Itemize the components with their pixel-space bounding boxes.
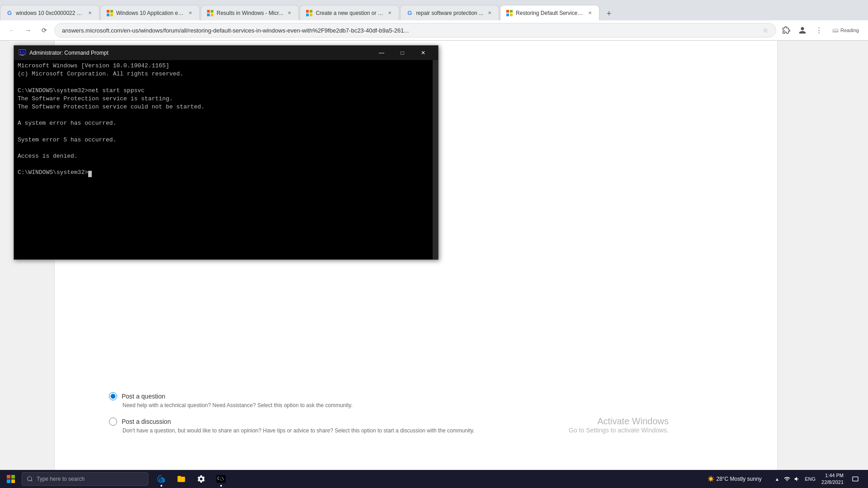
post-question-text: Post a question bbox=[122, 393, 165, 400]
clock-date: 22/8/2021 bbox=[821, 479, 844, 486]
tab-4[interactable]: Create a new question or s... ✕ bbox=[300, 5, 399, 20]
cmd-output: Microsoft Windows [Version 10.0.19042.11… bbox=[18, 62, 434, 177]
tab-6-close[interactable]: ✕ bbox=[586, 9, 594, 17]
tab-2-title: Windows 10 Application er... bbox=[116, 10, 184, 16]
tab-5-close[interactable]: ✕ bbox=[486, 9, 493, 17]
bookmark-star-icon[interactable]: ☆ bbox=[763, 27, 769, 34]
post-question-option[interactable]: Post a question Need help with a technic… bbox=[109, 392, 678, 408]
tab-bar: G windows 10 0xc0000022 - G... ✕ Windows… bbox=[0, 0, 868, 20]
reading-list-label: Reading bbox=[840, 28, 859, 33]
cmd-close-button[interactable]: ✕ bbox=[413, 46, 434, 60]
tab-5[interactable]: G repair software protection ... ✕ bbox=[400, 5, 499, 20]
cmd-maximize-button[interactable]: □ bbox=[392, 46, 413, 60]
cmd-window-icon: C:\ bbox=[19, 49, 26, 56]
address-text: answers.microsoft.com/en-us/windows/foru… bbox=[62, 27, 759, 34]
post-discussion-radio[interactable] bbox=[109, 418, 117, 426]
reading-list-button[interactable]: 📖 Reading bbox=[829, 26, 863, 35]
post-question-desc: Need help with a technical question? Nee… bbox=[123, 402, 678, 408]
edge-active-indicator bbox=[160, 485, 162, 487]
start-button[interactable] bbox=[2, 470, 20, 488]
tab-2[interactable]: Windows 10 Application er... ✕ bbox=[100, 5, 200, 20]
cmd-scrollbar[interactable] bbox=[433, 60, 438, 259]
taskbar-explorer-icon[interactable] bbox=[172, 470, 191, 488]
taskbar-settings-icon[interactable] bbox=[192, 470, 211, 488]
svg-point-9 bbox=[28, 477, 32, 481]
forward-button[interactable]: → bbox=[22, 24, 34, 37]
tab-3-close[interactable]: ✕ bbox=[286, 9, 293, 17]
svg-rect-7 bbox=[7, 479, 10, 483]
svg-rect-3 bbox=[21, 55, 24, 56]
tab-3-title: Results in Windows - Micr... bbox=[217, 10, 283, 16]
volume-icon[interactable] bbox=[793, 474, 802, 483]
new-tab-button[interactable]: + bbox=[602, 7, 616, 20]
tab-6-favicon bbox=[506, 9, 513, 17]
show-hidden-icons-button[interactable]: ▲ bbox=[773, 474, 782, 483]
post-discussion-label[interactable]: Post a discussion bbox=[109, 418, 678, 426]
language-selector[interactable]: ENG bbox=[803, 474, 817, 483]
system-tray-icons: ▲ bbox=[773, 474, 802, 483]
svg-rect-6 bbox=[11, 475, 15, 479]
tab-4-title: Create a new question or s... bbox=[316, 10, 383, 16]
back-button[interactable]: ← bbox=[5, 24, 18, 37]
address-bar[interactable]: answers.microsoft.com/en-us/windows/foru… bbox=[54, 23, 776, 38]
post-options-container: Post a question Need help with a technic… bbox=[109, 392, 678, 443]
tab-3[interactable]: Results in Windows - Micr... ✕ bbox=[201, 5, 299, 20]
taskbar: Type here to search C:\ bbox=[0, 470, 868, 488]
tab-4-favicon bbox=[306, 9, 313, 17]
tab-6[interactable]: Restoring Default Services r... ✕ bbox=[500, 5, 599, 20]
sun-icon: ☀️ bbox=[708, 476, 714, 482]
svg-rect-4 bbox=[20, 55, 24, 55]
weather-text: 28°C Mostly sunny bbox=[716, 476, 761, 482]
tab-3-favicon bbox=[207, 9, 214, 17]
cmd-active-indicator bbox=[220, 485, 222, 487]
extensions-button[interactable] bbox=[780, 24, 793, 37]
taskbar-search[interactable]: Type here to search bbox=[22, 472, 148, 486]
post-discussion-text: Post a discussion bbox=[122, 418, 171, 425]
cmd-window: C:\ Administrator: Command Prompt — □ ✕ … bbox=[14, 45, 439, 260]
reading-list-icon: 📖 bbox=[832, 28, 839, 33]
tab-1-favicon: G bbox=[6, 9, 13, 17]
tab-6-title: Restoring Default Services r... bbox=[516, 10, 584, 16]
post-question-radio[interactable] bbox=[109, 392, 117, 400]
taskbar-clock[interactable]: 1:44 PM 22/8/2021 bbox=[819, 472, 846, 486]
network-icon[interactable] bbox=[783, 474, 792, 483]
refresh-button[interactable]: ⟳ bbox=[38, 24, 51, 37]
cmd-minimize-button[interactable]: — bbox=[371, 46, 392, 60]
taskbar-cmd-icon[interactable]: C:\ _ bbox=[212, 470, 231, 488]
clock-time: 1:44 PM bbox=[821, 472, 844, 479]
post-discussion-desc: Don't have a question, but would like to… bbox=[123, 427, 678, 434]
browser-navigation-bar: ← → ⟳ answers.microsoft.com/en-us/window… bbox=[0, 20, 868, 41]
tab-5-title: repair software protection ... bbox=[416, 10, 483, 16]
svg-rect-8 bbox=[11, 479, 15, 483]
taskbar-pinned-apps: C:\ _ bbox=[152, 470, 231, 488]
taskbar-search-placeholder: Type here to search bbox=[37, 476, 85, 482]
svg-text:C:\: C:\ bbox=[20, 51, 25, 54]
post-discussion-option[interactable]: Post a discussion Don't have a question,… bbox=[109, 418, 678, 434]
tab-2-favicon bbox=[106, 9, 113, 17]
tab-1-close[interactable]: ✕ bbox=[86, 9, 94, 17]
taskbar-weather-widget[interactable]: ☀️ 28°C Mostly sunny bbox=[698, 474, 771, 483]
tab-1-title: windows 10 0xc0000022 - G... bbox=[16, 10, 84, 16]
notification-center-button[interactable] bbox=[848, 470, 863, 488]
taskbar-edge-icon[interactable] bbox=[152, 470, 171, 488]
svg-rect-5 bbox=[7, 475, 10, 479]
cmd-title-text: Administrator: Command Prompt bbox=[29, 50, 371, 56]
tab-4-close[interactable]: ✕ bbox=[386, 9, 393, 17]
cmd-body[interactable]: Microsoft Windows [Version 10.0.19042.11… bbox=[14, 60, 438, 259]
tab-2-close[interactable]: ✕ bbox=[187, 9, 194, 17]
browser-settings-button[interactable]: ⋮ bbox=[812, 24, 825, 37]
taskbar-systray: ☀️ 28°C Mostly sunny ▲ ENG 1:4 bbox=[698, 470, 866, 488]
post-question-label[interactable]: Post a question bbox=[109, 392, 678, 400]
profile-button[interactable] bbox=[796, 24, 809, 37]
cmd-titlebar: C:\ Administrator: Command Prompt — □ ✕ bbox=[14, 46, 438, 60]
browser-chrome: G windows 10 0xc0000022 - G... ✕ Windows… bbox=[0, 0, 868, 41]
cmd-window-controls: — □ ✕ bbox=[371, 46, 434, 60]
browser-right-icons: ⋮ 📖 Reading bbox=[780, 24, 863, 37]
tab-1[interactable]: G windows 10 0xc0000022 - G... ✕ bbox=[0, 5, 99, 20]
tab-5-favicon: G bbox=[406, 9, 413, 17]
